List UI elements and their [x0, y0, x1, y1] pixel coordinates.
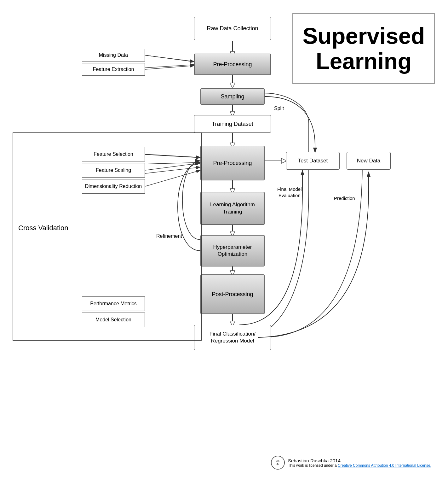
- post-processing-box: Post-Processing: [200, 274, 265, 314]
- cc-text: Sebastian Raschka 2014 This work is lice…: [288, 458, 431, 468]
- pre-processing-1-box: Pre-Processing: [194, 54, 271, 75]
- new-data-box: New Data: [347, 152, 391, 170]
- test-dataset-box: Test Dataset: [286, 152, 340, 170]
- training-dataset-box: Training Dataset: [194, 115, 271, 133]
- supervised-learning-title: Supervised Learning: [292, 13, 435, 84]
- diagram-container: Supervised Learning Raw Data Collection …: [0, 0, 448, 480]
- cc-footer: cc ⊕ Sebastian Raschka 2014 This work is…: [271, 456, 431, 470]
- raw-data-box: Raw Data Collection: [194, 17, 271, 40]
- feature-extraction-box: Feature Extraction: [82, 63, 145, 76]
- svg-line-21: [145, 65, 194, 68]
- learning-algo-box: Learning Algorithm Training: [200, 192, 265, 225]
- hyperparameter-box: Hyperparameter Optimization: [200, 235, 265, 266]
- svg-line-26: [145, 55, 194, 62]
- final-model-label: Final Model Evaluation: [277, 186, 302, 198]
- final-classification-box: Final Classification/ Regression Model: [194, 325, 271, 350]
- split-label: Split: [274, 106, 284, 111]
- pre-processing-2-box: Pre-Processing: [200, 146, 265, 180]
- svg-line-20: [145, 55, 194, 61]
- svg-marker-5: [230, 83, 235, 88]
- prediction-label: Prediction: [334, 196, 355, 201]
- cross-validation-label: Cross Validation: [18, 224, 68, 232]
- cross-validation-box: [13, 132, 202, 341]
- sampling-box: Sampling: [200, 88, 265, 105]
- svg-line-27: [145, 66, 194, 69]
- cc-icon: cc ⊕: [271, 456, 285, 470]
- missing-data-box: Missing Data: [82, 49, 145, 61]
